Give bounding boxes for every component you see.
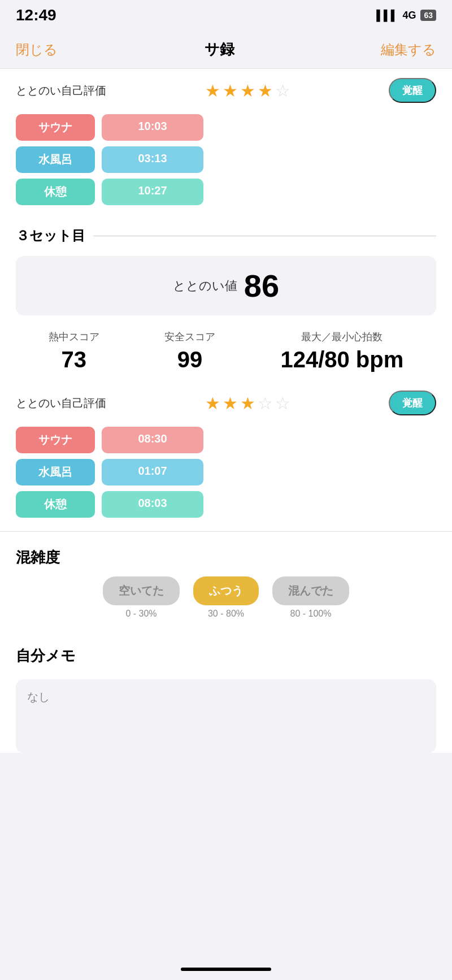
set3-rest-time: 08:03	[102, 491, 203, 518]
heart-rate-item: 最大／最小心拍数 124/80 bpm	[280, 330, 403, 372]
memo-content: なし	[27, 691, 50, 703]
set3-star-3: ★	[240, 393, 255, 413]
status-icons: ▌▌▌ 4G 63	[376, 10, 436, 21]
congestion-empty-range: 0 - 30%	[103, 609, 180, 619]
set3-totonoival-box: ととのい値 86	[16, 256, 436, 315]
set3-divider: ３セット目	[0, 216, 452, 250]
set2-rest-row: 休憩 10:27	[16, 179, 436, 205]
set3-totonoival-num: 86	[244, 267, 279, 304]
congestion-crowded[interactable]: 混んでた 80 - 100%	[272, 576, 349, 619]
signal-icon: ▌▌▌	[376, 10, 398, 21]
congestion-empty[interactable]: 空いてた 0 - 30%	[103, 576, 180, 619]
set2-water-label: 水風呂	[16, 146, 95, 173]
section-separator	[0, 531, 452, 532]
set3-star-1: ★	[205, 393, 220, 413]
set2-water-row: 水風呂 03:13	[16, 146, 436, 173]
set3-water-label: 水風呂	[16, 459, 95, 485]
set3-scores-row: 熱中スコア 73 安全スコア 99 最大／最小心拍数 124/80 bpm	[0, 321, 452, 381]
set2-rest-time: 10:27	[102, 179, 203, 205]
set3-water-row: 水風呂 01:07	[16, 459, 436, 485]
congestion-crowded-button[interactable]: 混んでた	[272, 576, 349, 605]
set2-star-4: ★	[258, 81, 273, 101]
memo-header: 自分メモ	[0, 632, 452, 675]
memo-box[interactable]: なし	[16, 679, 436, 753]
set3-rating-row: ととのい自己評価 ★ ★ ★ ☆ ☆ 覚醒	[0, 381, 452, 424]
set3-sauna-row: サウナ 08:30	[16, 427, 436, 453]
status-time: 12:49	[16, 6, 56, 24]
set3-water-time: 01:07	[102, 459, 203, 485]
congestion-normal-range: 30 - 80%	[193, 609, 259, 619]
battery-icon: 63	[420, 10, 436, 21]
congestion-header: 混雑度	[0, 534, 452, 576]
set2-kakusei-button[interactable]: 覚醒	[389, 78, 436, 103]
set3-session-tiles: サウナ 08:30 水風呂 01:07 休憩 08:03	[0, 424, 452, 529]
nav-bar: 閉じる サ録 編集する	[0, 31, 452, 69]
heart-rate-label: 最大／最小心拍数	[280, 330, 403, 344]
set2-rating-row: ととのい自己評価 ★ ★ ★ ★ ☆ 覚醒	[0, 69, 452, 112]
divider-line	[93, 236, 436, 236]
heart-rate-value: 124/80 bpm	[280, 347, 403, 372]
set2-star-5: ☆	[275, 81, 290, 101]
congestion-empty-button[interactable]: 空いてた	[103, 576, 180, 605]
main-content: ととのい自己評価 ★ ★ ★ ★ ☆ 覚醒 サウナ 10:03 水風呂 03:1…	[0, 69, 452, 753]
safe-score-item: 安全スコア 99	[164, 330, 215, 372]
set2-star-3: ★	[240, 81, 255, 101]
set2-sauna-row: サウナ 10:03	[16, 114, 436, 141]
set3-star-5: ☆	[275, 393, 290, 413]
congestion-normal[interactable]: ふつう 30 - 80%	[193, 576, 259, 619]
safe-score-value: 99	[164, 347, 215, 372]
set2-sauna-label: サウナ	[16, 114, 95, 141]
set2-rest-label: 休憩	[16, 179, 95, 205]
edit-button[interactable]: 編集する	[381, 41, 436, 59]
set3-kakusei-button[interactable]: 覚醒	[389, 391, 436, 415]
status-bar: 12:49 ▌▌▌ 4G 63	[0, 0, 452, 31]
congestion-normal-button[interactable]: ふつう	[193, 576, 259, 605]
set2-star-2: ★	[223, 81, 238, 101]
set3-star-2: ★	[223, 393, 238, 413]
set3-sauna-label: サウナ	[16, 427, 95, 453]
set3-sauna-time: 08:30	[102, 427, 203, 453]
set3-stars: ★ ★ ★ ☆ ☆	[205, 393, 290, 413]
set2-session-tiles: サウナ 10:03 水風呂 03:13 休憩 10:27	[0, 112, 452, 216]
set2-water-time: 03:13	[102, 146, 203, 173]
close-button[interactable]: 閉じる	[16, 41, 58, 59]
set2-stars: ★ ★ ★ ★ ☆	[205, 81, 290, 101]
heat-score-value: 73	[49, 347, 99, 372]
nav-title: サ録	[205, 40, 234, 59]
set3-rating-label: ととのい自己評価	[16, 396, 106, 411]
set3-label: ３セット目	[16, 227, 85, 245]
congestion-options: 空いてた 0 - 30% ふつう 30 - 80% 混んでた 80 - 100%	[0, 576, 452, 623]
heat-score-item: 熱中スコア 73	[49, 330, 99, 372]
set2-rating-label: ととのい自己評価	[16, 83, 106, 98]
set3-totonoival-label: ととのい値	[173, 277, 237, 294]
set3-rest-row: 休憩 08:03	[16, 491, 436, 518]
set3-star-4: ☆	[258, 393, 273, 413]
network-type: 4G	[402, 10, 416, 21]
heat-score-label: 熱中スコア	[49, 330, 99, 344]
safe-score-label: 安全スコア	[164, 330, 215, 344]
congestion-crowded-range: 80 - 100%	[272, 609, 349, 619]
set2-star-1: ★	[205, 81, 220, 101]
set2-sauna-time: 10:03	[102, 114, 203, 141]
set3-rest-label: 休憩	[16, 491, 95, 518]
home-indicator	[181, 968, 271, 971]
